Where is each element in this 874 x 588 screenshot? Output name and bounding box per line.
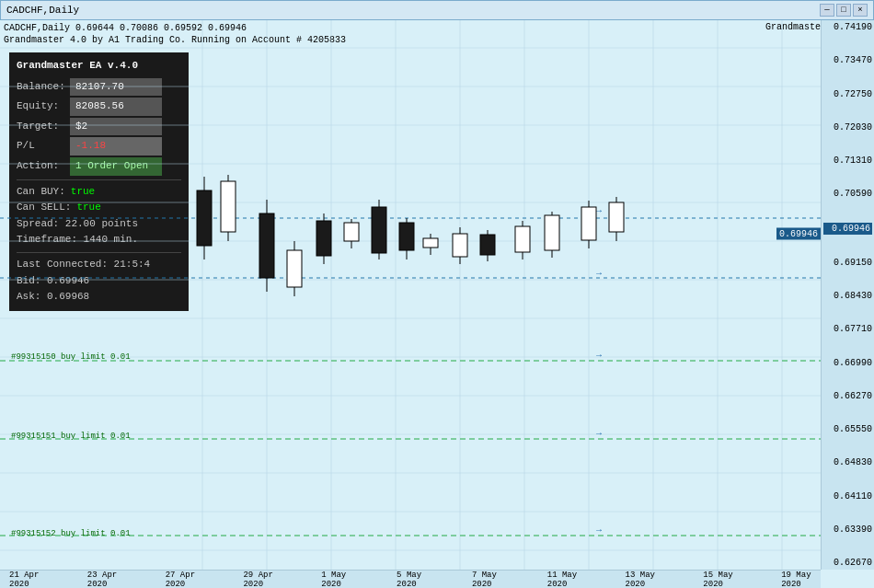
price-0.63390: 0.63390 bbox=[823, 525, 872, 535]
price-0.64110: 0.64110 bbox=[823, 491, 872, 502]
svg-rect-53 bbox=[453, 234, 467, 257]
price-0.65550: 0.65550 bbox=[823, 424, 872, 434]
svg-rect-39 bbox=[259, 213, 274, 278]
chart-area: CADCHF,Daily 0.69644 0.70086 0.69592 0.6… bbox=[0, 20, 874, 588]
price-0.69150: 0.69150 bbox=[823, 258, 872, 268]
price-0.73470: 0.73470 bbox=[823, 55, 872, 65]
date-axis: 21 Apr 2020 23 Apr 2020 27 Apr 2020 29 A… bbox=[0, 570, 821, 588]
svg-rect-55 bbox=[480, 235, 495, 255]
date-19may: 19 May 2020 bbox=[781, 571, 811, 589]
date-7may: 7 May 2020 bbox=[472, 571, 500, 589]
date-15may: 15 May 2020 bbox=[703, 571, 733, 589]
price-0.64830: 0.64830 bbox=[823, 457, 872, 467]
order-label-1: #99315150 buy limit 0.01 bbox=[11, 352, 131, 362]
svg-text:→: → bbox=[596, 206, 602, 216]
date-21apr: 21 Apr 2020 bbox=[9, 571, 40, 589]
svg-rect-57 bbox=[515, 226, 530, 252]
title-bar-text: CADCHF,Daily bbox=[6, 5, 79, 16]
price-0.74190: 0.74190 bbox=[823, 22, 872, 32]
order-label-3: #99315152 buy limit 0.01 bbox=[11, 529, 131, 538]
date-11may: 11 May 2020 bbox=[547, 571, 578, 589]
svg-text:→: → bbox=[596, 525, 602, 536]
svg-rect-37 bbox=[221, 181, 236, 232]
current-price-badge: 0.69946 bbox=[776, 228, 821, 240]
price-0.72030: 0.72030 bbox=[823, 122, 872, 133]
svg-rect-51 bbox=[423, 238, 438, 248]
close-button[interactable]: × bbox=[853, 4, 868, 17]
svg-rect-63 bbox=[609, 202, 624, 232]
price-axis: 0.74190 0.73470 0.72750 0.72030 0.71310 … bbox=[821, 20, 874, 570]
title-bar: CADCHF,Daily — □ × bbox=[0, 0, 874, 20]
date-27apr: 27 Apr 2020 bbox=[166, 571, 196, 589]
date-5may: 5 May 2020 bbox=[397, 571, 424, 589]
price-0.66270: 0.66270 bbox=[823, 391, 872, 401]
candle-chart: → → → → → bbox=[0, 20, 821, 570]
maximize-button[interactable]: □ bbox=[836, 4, 851, 17]
svg-rect-49 bbox=[399, 223, 414, 250]
price-0.68430: 0.68430 bbox=[823, 291, 872, 301]
svg-rect-61 bbox=[581, 207, 596, 240]
svg-rect-45 bbox=[344, 223, 359, 241]
date-29apr: 29 Apr 2020 bbox=[243, 571, 273, 589]
svg-rect-47 bbox=[372, 207, 386, 253]
order-label-2: #99315151 buy limit 0.01 bbox=[11, 432, 131, 441]
price-0.70590: 0.70590 bbox=[823, 189, 872, 199]
date-13may: 13 May 2020 bbox=[626, 571, 656, 589]
title-bar-buttons: — □ × bbox=[820, 4, 868, 17]
price-0.67710: 0.67710 bbox=[823, 324, 872, 334]
price-0.62670: 0.62670 bbox=[823, 558, 872, 568]
svg-rect-41 bbox=[287, 250, 302, 287]
svg-text:→: → bbox=[596, 351, 602, 361]
price-0.71310: 0.71310 bbox=[823, 156, 872, 166]
minimize-button[interactable]: — bbox=[820, 4, 834, 17]
date-1may: 1 May 2020 bbox=[321, 571, 349, 589]
price-0.69946: 0.69946 bbox=[823, 223, 872, 235]
svg-rect-59 bbox=[545, 215, 559, 250]
price-0.66990: 0.66990 bbox=[823, 358, 872, 368]
svg-text:→: → bbox=[596, 429, 602, 439]
date-23apr: 23 Apr 2020 bbox=[87, 571, 118, 589]
price-0.72750: 0.72750 bbox=[823, 89, 872, 99]
svg-text:→: → bbox=[596, 269, 602, 279]
svg-rect-35 bbox=[197, 190, 212, 246]
svg-rect-43 bbox=[316, 221, 331, 256]
